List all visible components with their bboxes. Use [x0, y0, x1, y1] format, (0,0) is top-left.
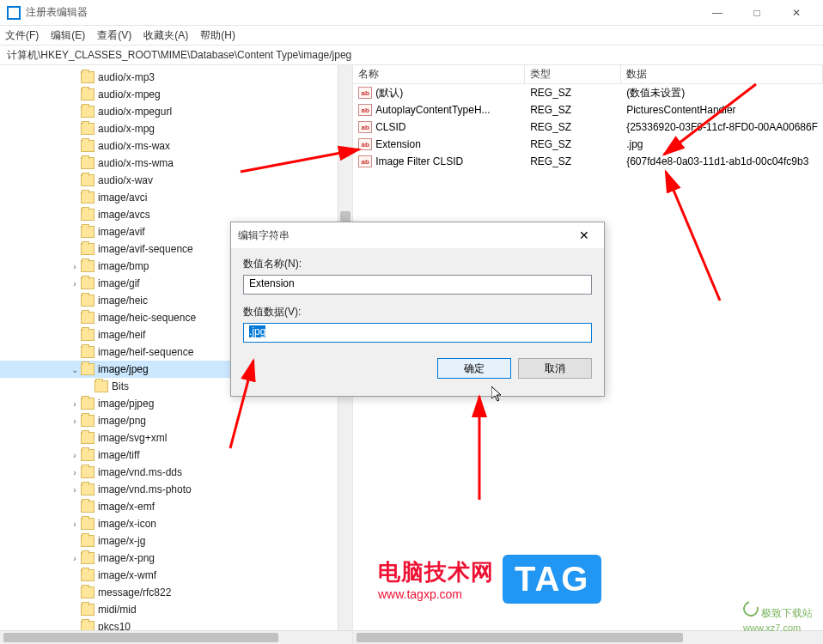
- tree-item-audio-x-wav[interactable]: audio/x-wav: [0, 172, 352, 189]
- folder-icon: [81, 535, 94, 547]
- expander-icon[interactable]: ›: [69, 519, 81, 529]
- tree-item-image-x-png[interactable]: ›image/x-png: [0, 550, 352, 567]
- value-data: {25336920-03F9-11cf-8FD0-00AA00686F: [621, 121, 823, 133]
- folder-icon: [81, 432, 94, 444]
- col-header-type[interactable]: 类型: [525, 65, 621, 83]
- menu-help[interactable]: 帮助(H): [200, 28, 235, 43]
- tree-item-image-x-icon[interactable]: ›image/x-icon: [0, 515, 352, 532]
- tree-item-message-rfc822[interactable]: message/rfc822: [0, 584, 352, 601]
- ok-button[interactable]: 确定: [437, 358, 511, 379]
- tree-item-midi-mid[interactable]: midi/mid: [0, 601, 352, 618]
- value-name: CLSID: [375, 121, 405, 133]
- folder-icon: [81, 157, 94, 169]
- menu-file[interactable]: 文件(F): [5, 28, 39, 43]
- tree-item-audio-x-mpegurl[interactable]: audio/x-mpegurl: [0, 103, 352, 120]
- tree-item-label: image/avci: [98, 191, 147, 204]
- folder-icon: [81, 191, 94, 204]
- tree-item-label: image/png: [98, 415, 146, 427]
- list-header: 名称 类型 数据: [353, 65, 823, 84]
- tree-item-image-x-jg[interactable]: image/x-jg: [0, 532, 352, 550]
- address-bar[interactable]: 计算机\HKEY_CLASSES_ROOT\MIME\Database\Cont…: [0, 45, 823, 65]
- tree-item-audio-x-mp3[interactable]: audio/x-mp3: [0, 69, 352, 86]
- tree-item-image-avcs[interactable]: image/avcs: [0, 206, 352, 223]
- folder-icon: [81, 140, 94, 152]
- value-type: REG_SZ: [525, 155, 621, 167]
- tree-item-label: image/avcs: [98, 209, 150, 221]
- tree-item-image-png[interactable]: ›image/png: [0, 412, 352, 429]
- tree-item-image-vnd-ms-photo[interactable]: ›image/vnd.ms-photo: [0, 481, 352, 498]
- value-name: (默认): [375, 86, 403, 100]
- value-type: REG_SZ: [525, 87, 621, 99]
- expander-icon[interactable]: ›: [69, 279, 81, 289]
- col-header-name[interactable]: 名称: [353, 65, 525, 83]
- tree-item-image-x-emf[interactable]: image/x-emf: [0, 498, 352, 515]
- dialog-title: 编辑字符串: [238, 228, 571, 243]
- value-type: REG_SZ: [525, 121, 621, 133]
- string-value-icon: ab: [358, 155, 372, 167]
- expander-icon[interactable]: ›: [69, 468, 81, 477]
- tree-item-label: image/heic: [98, 295, 148, 307]
- registry-value-row[interactable]: abImage Filter CLSIDREG_SZ{607fd4e8-0a03…: [353, 153, 823, 170]
- watermark-xz7: 极致下载站 www.xz7.com: [743, 601, 813, 634]
- registry-value-row[interactable]: abAutoplayContentTypeH...REG_SZPicturesC…: [353, 101, 823, 118]
- folder-icon: [94, 380, 108, 392]
- value-type: REG_SZ: [525, 104, 621, 116]
- tree-scroll-h[interactable]: [0, 630, 352, 644]
- string-value-icon: ab: [358, 121, 372, 133]
- expander-icon[interactable]: ›: [69, 451, 81, 460]
- expander-icon[interactable]: ›: [69, 554, 81, 563]
- registry-value-row[interactable]: abCLSIDREG_SZ{25336920-03F9-11cf-8FD0-00…: [353, 118, 823, 136]
- folder-icon: [81, 398, 94, 410]
- tree-item-image-vnd-ms-dds[interactable]: ›image/vnd.ms-dds: [0, 464, 352, 481]
- value-data-input[interactable]: .jpg: [243, 323, 592, 343]
- close-button[interactable]: ✕: [777, 0, 816, 26]
- tree-item-image-x-wmf[interactable]: image/x-wmf: [0, 567, 352, 584]
- tree-item-audio-x-ms-wma[interactable]: audio/x-ms-wma: [0, 155, 352, 172]
- registry-value-row[interactable]: ab(默认)REG_SZ(数值未设置): [353, 84, 823, 101]
- tree-item-audio-x-mpeg[interactable]: audio/x-mpeg: [0, 86, 352, 103]
- folder-icon: [81, 518, 94, 530]
- tree-item-image-pjpeg[interactable]: ›image/pjpeg: [0, 395, 352, 412]
- menu-edit[interactable]: 编辑(E): [51, 28, 85, 43]
- expander-icon[interactable]: ›: [69, 399, 81, 409]
- maximize-button[interactable]: □: [737, 0, 777, 26]
- tree-item-label: image/vnd.ms-dds: [98, 466, 182, 478]
- tree-item-image-avci[interactable]: image/avci: [0, 189, 352, 206]
- folder-icon: [81, 466, 94, 478]
- edit-string-dialog: 编辑字符串 ✕ 数值名称(N): Extension 数值数据(V): .jpg…: [230, 222, 605, 397]
- folder-icon: [81, 260, 94, 272]
- tree-item-label: message/rfc822: [98, 586, 171, 598]
- minimize-button[interactable]: —: [698, 0, 737, 26]
- value-data: PicturesContentHandler: [621, 104, 823, 116]
- value-name: Extension: [375, 138, 421, 150]
- tree-item-label: audio/x-mpeg: [98, 88, 161, 100]
- menu-favorites[interactable]: 收藏夹(A): [143, 28, 188, 43]
- tree-item-image-tiff[interactable]: ›image/tiff: [0, 447, 352, 464]
- tree-item-label: audio/x-ms-wax: [98, 140, 170, 152]
- expander-icon[interactable]: ›: [69, 485, 81, 495]
- cancel-button[interactable]: 取消: [518, 358, 592, 379]
- tree-item-audio-x-ms-wax[interactable]: audio/x-ms-wax: [0, 137, 352, 155]
- folder-icon: [81, 329, 94, 341]
- folder-icon: [81, 71, 94, 83]
- expander-icon[interactable]: ›: [69, 416, 81, 426]
- col-header-data[interactable]: 数据: [621, 65, 823, 83]
- window-title: 注册表编辑器: [26, 5, 698, 20]
- tree-item-image-svg+xml[interactable]: image/svg+xml: [0, 429, 352, 447]
- tree-item-audio-x-mpg[interactable]: audio/x-mpg: [0, 120, 352, 137]
- titlebar: 注册表编辑器 — □ ✕: [0, 0, 823, 26]
- value-name: AutoplayContentTypeH...: [375, 104, 490, 116]
- tree-item-label: image/jpeg: [98, 363, 149, 375]
- expander-icon[interactable]: ⌄: [69, 365, 81, 374]
- value-name-input[interactable]: Extension: [243, 275, 592, 295]
- value-name-label: 数值名称(N):: [243, 257, 592, 271]
- tree-item-label: image/tiff: [98, 449, 139, 461]
- menu-view[interactable]: 查看(V): [97, 28, 131, 43]
- tree-item-label: audio/x-ms-wma: [98, 157, 174, 169]
- value-data: {607fd4e8-0a03-11d1-ab1d-00c04fc9b3: [621, 155, 823, 167]
- expander-icon[interactable]: ›: [69, 262, 81, 271]
- folder-icon: [81, 295, 94, 307]
- registry-value-row[interactable]: abExtensionREG_SZ.jpg: [353, 136, 823, 153]
- dialog-close-button[interactable]: ✕: [571, 228, 597, 242]
- tree-item-label: image/gif: [98, 277, 140, 289]
